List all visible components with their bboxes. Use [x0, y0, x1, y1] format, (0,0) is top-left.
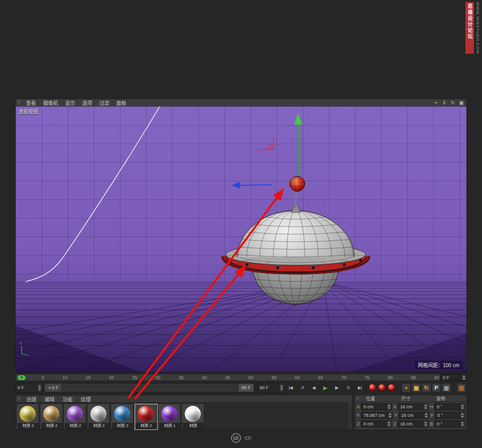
timeline-tick-label: 5 [42, 375, 44, 380]
rotation-field[interactable]: 0 ° [434, 420, 465, 427]
material-thumbnail [136, 405, 156, 423]
play-backward-button[interactable]: ↺ [297, 383, 307, 393]
panel-grip-icon[interactable]: ⠿ [18, 397, 21, 401]
prev-frame-button[interactable]: ◀ [308, 383, 319, 393]
viewport-menu-item[interactable]: 查看 [23, 99, 40, 106]
size-field[interactable]: 16 cm [398, 403, 428, 410]
frame-range-slider[interactable]: ◀ 0 F 90 F [44, 383, 254, 392]
goto-end-button[interactable]: ▶| [354, 383, 365, 393]
stepper[interactable] [279, 383, 284, 392]
material-item[interactable]: 材质 1 [159, 404, 181, 429]
stepper[interactable] [423, 412, 428, 418]
material-thumbnail [183, 405, 203, 423]
viewport-menu-item[interactable]: 选项 [79, 99, 96, 106]
stepper[interactable] [461, 375, 466, 380]
next-frame-button[interactable]: ▶ [331, 383, 342, 393]
timeline-tick-label: 35 [179, 375, 184, 380]
ufo-antenna-sphere[interactable] [290, 176, 305, 191]
viewport-menu-item[interactable]: 过滤 [96, 99, 113, 106]
range-end-handle[interactable]: 90 F [238, 384, 254, 392]
timeline-tick-label: 20 [109, 375, 114, 380]
material-item[interactable]: 材质 2 [135, 404, 157, 429]
position-field[interactable]: 78.067 cm [361, 412, 393, 419]
viewport-window: ⠿ 查看摄像机显示选项过滤面板 +⇕↻▣ 透视视图 网格间距：100 cm [15, 98, 467, 373]
viewport-menu-item[interactable]: 面板 [113, 99, 130, 106]
material-label: 材质 2 [41, 423, 62, 429]
goto-start-button[interactable]: |◀ [285, 383, 296, 393]
material-item[interactable]: 材质 2 [111, 404, 134, 429]
range-start-handle[interactable]: ◀ 0 F [45, 384, 62, 392]
loop-button[interactable]: ↻ [343, 383, 353, 393]
scale-key-toggle[interactable]: ▣ [412, 383, 421, 392]
size-field[interactable]: 16 cm [399, 412, 429, 419]
pla-key-toggle[interactable]: ▦ [442, 383, 451, 392]
timeline-playhead[interactable]: 0 [18, 375, 26, 380]
material-thumbnail [41, 405, 61, 423]
stepper[interactable] [459, 404, 464, 410]
position-axis-label: X [356, 404, 360, 409]
panel-grip-icon[interactable]: ⠿ [18, 100, 21, 105]
material-label: 材质 [183, 423, 204, 429]
range-start-field[interactable]: 0 F [15, 383, 42, 393]
application-window: { "watermark": {"site_name": "思缘设计论坛", "… [0, 0, 482, 448]
viewport-menu-item[interactable]: 摄像机 [40, 99, 62, 106]
size-field[interactable]: 16 cm [398, 420, 428, 427]
materials-menu-item[interactable]: 功能 [59, 395, 77, 403]
material-item[interactable]: 材质 2 [41, 404, 63, 429]
materials-scrollbar[interactable] [347, 402, 352, 429]
grid-spacing-label: 网格间距：100 cm [415, 361, 462, 369]
range-start-label: 0 F [52, 385, 58, 390]
position-key-toggle[interactable]: + [402, 383, 411, 392]
watermark-site-url: WWW.MISSYUAN.COM [475, 2, 480, 54]
stepper[interactable] [386, 421, 391, 427]
position-axis-label: Y [356, 413, 360, 418]
viewport-canvas[interactable]: Y [16, 106, 466, 372]
viewport-nav-rotate[interactable]: ↻ [450, 100, 456, 105]
material-sphere-preview [90, 406, 106, 422]
timeline-tick-label: 50 [249, 375, 254, 380]
range-end-field[interactable]: 90 F [257, 383, 284, 393]
material-label: 材质 2 [65, 423, 86, 429]
material-item[interactable]: 材质 2 [64, 404, 86, 429]
stepper[interactable] [386, 404, 391, 410]
size-header: 尺寸 [397, 395, 432, 402]
material-item[interactable]: 材质 [182, 404, 204, 429]
autokey-button[interactable] [378, 384, 386, 391]
stepper[interactable] [387, 412, 392, 418]
position-field[interactable]: 0 cm [361, 403, 392, 410]
play-button[interactable]: ▶ [320, 383, 330, 393]
material-item[interactable]: 材质 2 [17, 404, 39, 429]
viewport-menu-item[interactable]: 显示 [62, 99, 79, 106]
viewport-nav-pan[interactable]: + [433, 100, 439, 105]
record-keyframe-button[interactable] [369, 384, 376, 391]
rotation-axis-label: P [430, 413, 434, 418]
coordinates-panel: ⠿ 位置 尺寸 旋转 X 0 cm X [354, 395, 467, 430]
timeline-tick-label: 40 [202, 375, 207, 380]
viewport-nav-zoom[interactable]: ⇕ [441, 100, 447, 105]
timeline-tick-label: 15 [86, 375, 91, 380]
materials-menu: 创建编辑功能纹理 [23, 395, 95, 403]
stepper[interactable] [423, 421, 428, 427]
size-axis-label: Z [393, 421, 397, 426]
parameter-key-toggle[interactable]: P [432, 383, 441, 392]
stepper[interactable] [459, 412, 464, 418]
timeline-tick-label: 30 [155, 375, 160, 380]
timeline-ruler[interactable]: 0 51015202530354045505560657075808590 0 … [15, 374, 467, 381]
rotation-key-toggle[interactable]: ↻ [422, 383, 431, 392]
stepper[interactable] [37, 383, 42, 392]
material-item[interactable]: 材质 2 [88, 404, 110, 429]
rotation-field[interactable]: 0 ° [435, 412, 465, 419]
keyframe-panel-button[interactable]: ▦ [457, 383, 466, 392]
panel-grip-icon[interactable]: ⠿ [355, 396, 360, 401]
current-frame-field[interactable]: 0 F [440, 374, 466, 381]
position-field[interactable]: 0 cm [361, 420, 392, 427]
stepper[interactable] [423, 404, 428, 410]
stepper[interactable] [459, 421, 464, 427]
materials-menu-item[interactable]: 编辑 [41, 395, 59, 403]
rotation-field[interactable]: 0 ° [434, 403, 465, 410]
field-value: 0 ° [435, 413, 459, 418]
viewport-nav-maximize[interactable]: ▣ [458, 100, 464, 105]
materials-menu-item[interactable]: 创建 [23, 395, 41, 403]
record-settings-button[interactable] [388, 384, 395, 391]
materials-menu-item[interactable]: 纹理 [77, 395, 95, 403]
